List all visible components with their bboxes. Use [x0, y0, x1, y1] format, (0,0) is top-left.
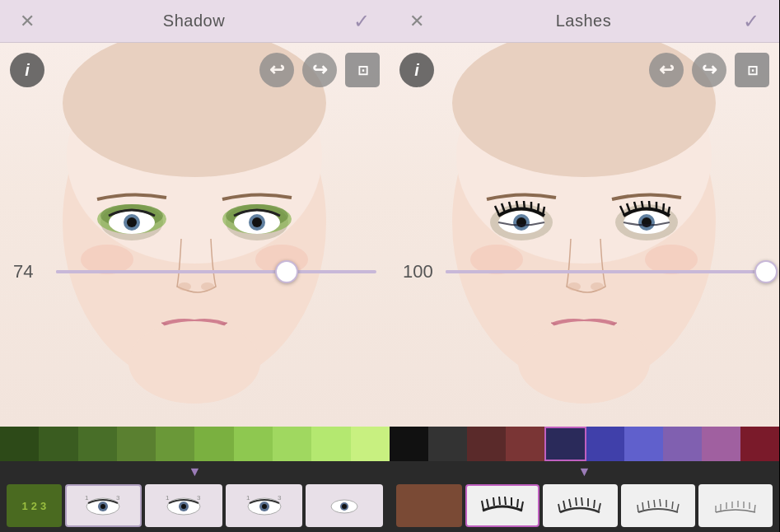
svg-point-37: [342, 504, 347, 509]
shadow-slider-track[interactable]: [56, 270, 376, 273]
shadow-toolbar-left: i: [10, 53, 44, 87]
shadow-header: ✕ Shadow ✓: [0, 0, 390, 43]
svg-point-32: [262, 504, 267, 509]
shadow-color-swatch-6[interactable]: [234, 427, 273, 461]
shadow-style-item-3[interactable]: 1 3: [226, 484, 303, 527]
lashes-slider-thumb[interactable]: [754, 260, 778, 283]
lash-color-8[interactable]: [702, 427, 740, 461]
shadow-color-swatch-3[interactable]: [117, 427, 156, 461]
shadow-info-icon[interactable]: i: [10, 53, 44, 87]
shadow-color-swatch-2[interactable]: [78, 427, 117, 461]
lashes-panel: ✕ Lashes ✓ i ↩ ↪ ⊡: [390, 0, 779, 532]
shadow-color-swatch-0[interactable]: [0, 427, 39, 461]
lash-style-item-0[interactable]: [396, 484, 462, 527]
lashes-slider-track[interactable]: [446, 270, 766, 273]
shadow-face-svg: [0, 43, 390, 427]
lash-color-2[interactable]: [467, 427, 506, 461]
svg-point-16: [201, 282, 214, 291]
shadow-eye-preview-3: 1 3: [243, 490, 286, 521]
shadow-color-swatch-1[interactable]: [39, 427, 77, 461]
lashes-toolbar: ↩ ↪ ⊡: [649, 53, 769, 87]
lashes-face-simulation: [390, 43, 779, 427]
lashes-slider-value: 100: [403, 261, 436, 282]
lashes-slider-area: 100: [403, 261, 766, 282]
lashes-face-area: i ↩ ↪ ⊡: [390, 43, 779, 427]
svg-text:3: 3: [197, 494, 201, 502]
lashes-info-icon[interactable]: i: [399, 53, 434, 87]
lash-color-5[interactable]: [586, 427, 625, 461]
lashes-flip-icon[interactable]: ⊡: [735, 53, 769, 87]
shadow-num-3: 3: [40, 500, 46, 512]
shadow-style-item-0[interactable]: 1 2 3: [7, 484, 62, 527]
lashes-face-svg: [390, 43, 779, 427]
lashes-color-palette: [390, 427, 779, 461]
svg-text:3: 3: [116, 494, 120, 502]
lashes-undo-icon[interactable]: ↩: [649, 53, 684, 87]
lash-preview-1: [479, 494, 525, 517]
lashes-toolbar-left: i: [399, 53, 434, 87]
shadow-title: Shadow: [163, 12, 225, 30]
shadow-color-swatch-8[interactable]: [311, 427, 350, 461]
shadow-style-row: 1 2 3 1 3: [0, 479, 390, 532]
svg-text:1: 1: [85, 494, 89, 502]
svg-point-53: [518, 321, 650, 404]
svg-point-8: [127, 217, 137, 227]
lashes-header: ✕ Lashes ✓: [390, 0, 779, 43]
lash-color-4[interactable]: [544, 427, 586, 461]
svg-text:1: 1: [166, 494, 170, 502]
lash-preview-4: [712, 494, 759, 517]
shadow-color-swatch-7[interactable]: [273, 427, 311, 461]
lash-color-3[interactable]: [506, 427, 544, 461]
shadow-slider-area: 74: [13, 261, 376, 282]
svg-point-14: [252, 217, 262, 227]
shadow-color-swatch-9[interactable]: [351, 427, 390, 461]
shadow-undo-icon[interactable]: ↩: [259, 53, 294, 87]
shadow-toolbar: ↩ ↪ ⊡: [259, 53, 380, 87]
svg-point-22: [100, 504, 105, 509]
svg-point-19: [128, 321, 260, 404]
shadow-num-1: 1: [22, 500, 28, 512]
lash-preview-2: [557, 494, 603, 517]
shadow-arrow-indicator: ▼: [0, 464, 390, 479]
shadow-style-item-2[interactable]: 1 3: [145, 484, 222, 527]
shadow-confirm-button[interactable]: ✓: [347, 7, 376, 36]
lashes-close-button[interactable]: ✕: [403, 7, 431, 35]
shadow-eye-preview-1: 1 3: [82, 490, 124, 521]
shadow-flip-icon[interactable]: ⊡: [345, 53, 380, 87]
lash-color-7[interactable]: [663, 427, 702, 461]
lash-color-0[interactable]: [390, 427, 428, 461]
shadow-num-2: 2: [31, 500, 37, 512]
svg-text:1: 1: [246, 494, 250, 502]
shadow-eye-preview-2: 1 3: [162, 490, 205, 521]
shadow-close-button[interactable]: ✕: [13, 7, 41, 35]
lashes-confirm-button[interactable]: ✓: [736, 7, 766, 36]
svg-point-50: [591, 282, 604, 291]
shadow-slider-fill: [56, 270, 287, 273]
lashes-bottom-section: ▼: [390, 461, 779, 532]
lash-color-9[interactable]: [740, 427, 779, 461]
svg-point-49: [567, 282, 581, 291]
svg-point-15: [178, 282, 191, 291]
shadow-color-swatch-4[interactable]: [156, 427, 194, 461]
lash-style-item-3[interactable]: [621, 484, 695, 527]
lash-style-item-1[interactable]: [465, 484, 539, 527]
lashes-arrow-indicator: ▼: [390, 464, 779, 479]
shadow-eye-small: [326, 490, 362, 521]
lashes-redo-icon[interactable]: ↪: [692, 53, 726, 87]
lash-color-6[interactable]: [624, 427, 663, 461]
lashes-style-row: [390, 479, 779, 532]
shadow-redo-icon[interactable]: ↪: [302, 53, 337, 87]
shadow-slider-thumb[interactable]: [275, 260, 298, 283]
shadow-style-item-1[interactable]: 1 3: [65, 484, 142, 527]
shadow-bottom-section: ▼ 1 2 3 1 3: [0, 461, 390, 532]
shadow-style-item-4[interactable]: [306, 484, 383, 527]
shadow-color-swatch-5[interactable]: [194, 427, 233, 461]
lash-style-item-2[interactable]: [543, 484, 617, 527]
svg-text:3: 3: [278, 494, 282, 502]
lashes-title: Lashes: [556, 12, 612, 30]
shadow-color-palette: [0, 427, 390, 461]
shadow-face-simulation: [0, 43, 390, 427]
lashes-slider-fill: [446, 270, 766, 273]
lash-style-item-4[interactable]: [698, 484, 773, 527]
lash-color-1[interactable]: [428, 427, 467, 461]
